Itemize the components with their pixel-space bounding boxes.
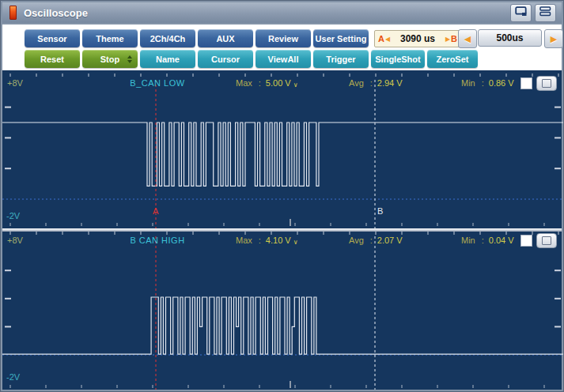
app-icon — [9, 6, 17, 20]
window-title: Oscilloscope — [24, 7, 88, 19]
toolbar-row-1: Sensor Theme 2Ch/4Ch AUX Review User Set… — [25, 29, 369, 47]
toolbar-row-2: Reset Stop Name Cursor ViewAll Trigger S… — [25, 50, 478, 68]
chevron-down-icon[interactable]: ∨ — [293, 239, 298, 246]
timebase-value: 500us — [478, 29, 542, 47]
channel-2-header: +8V B CAN HIGH Max:4.10 V∨ Avg:2.07 V Mi… — [2, 236, 562, 247]
channel-2-expand-button[interactable] — [536, 233, 557, 248]
stat-max: Max:4.10 V∨ — [236, 236, 298, 246]
expand-icon — [542, 236, 551, 245]
viewall-button[interactable]: ViewAll — [256, 50, 311, 68]
cursor-a-label: A — [378, 34, 384, 43]
stat-avg: Avg:2.07 V — [349, 236, 403, 245]
stop-button-label: Stop — [100, 55, 119, 64]
window-body: Sensor Theme 2Ch/4Ch AUX Review User Set… — [2, 24, 562, 390]
scale-top-label: +8V — [7, 236, 23, 245]
ab-delta-value: 3090 us — [391, 33, 445, 44]
screen-icon — [515, 6, 528, 20]
channel-mode-button[interactable]: 2Ch/4Ch — [140, 29, 195, 47]
aux-button[interactable]: AUX — [198, 29, 253, 47]
channel-2-plot — [2, 232, 563, 390]
name-button[interactable]: Name — [140, 50, 195, 68]
channel-2-pane: +8V B CAN HIGH Max:4.10 V∨ Avg:2.07 V Mi… — [2, 232, 562, 390]
cursor-b-tag[interactable]: B — [377, 206, 383, 216]
stat-min: Min:0.86 V — [461, 78, 514, 88]
singleshot-button[interactable]: SingleShot — [371, 50, 425, 68]
stat-max: Max:5.00 V∨ — [236, 78, 298, 89]
stop-button[interactable]: Stop — [82, 50, 138, 68]
timebase-decrease-button[interactable]: ◀ — [458, 29, 477, 48]
title-bar: Oscilloscope — [2, 2, 562, 23]
channel-1-name[interactable]: B_CAN LOW — [119, 78, 195, 88]
channel-2-name[interactable]: B CAN HIGH — [119, 236, 195, 245]
zeroset-button[interactable]: ZeroSet — [427, 50, 478, 68]
trigger-button[interactable]: Trigger — [313, 50, 369, 68]
timebase-increase-button[interactable]: ▶ — [544, 29, 563, 48]
ab-time-readout: A ◀ 3090 us ▶ B — [374, 30, 461, 47]
review-button[interactable]: Review — [256, 29, 311, 47]
spinner-icon[interactable] — [127, 55, 132, 63]
waveform-trace — [2, 297, 563, 354]
stat-avg: Avg:2.94 V — [349, 78, 403, 88]
expand-icon — [542, 79, 551, 88]
right-arrow-icon: ▶ — [551, 34, 557, 44]
layout-toggle-button[interactable] — [535, 4, 556, 22]
cursor-b-marker-icon: ▶ — [445, 36, 450, 43]
scope-display: +8V B_CAN LOW Max:5.00 V∨ Avg:2.94 V Min… — [2, 70, 562, 390]
channel-1-header: +8V B_CAN LOW Max:5.00 V∨ Avg:2.94 V Min… — [2, 78, 562, 90]
oscilloscope-window: Oscilloscope Sensor Theme 2Ch/4Ch AUX Re… — [0, 0, 564, 392]
chevron-down-icon[interactable]: ∨ — [293, 81, 298, 89]
waveform-trace — [2, 122, 563, 186]
scale-bottom-label: -2V — [6, 372, 20, 382]
cursor-b-label: B — [451, 34, 457, 43]
reset-button[interactable]: Reset — [25, 50, 80, 68]
sensor-button[interactable]: Sensor — [25, 29, 80, 47]
theme-button[interactable]: Theme — [82, 29, 138, 47]
scale-bottom-label: -2V — [6, 211, 20, 220]
cursor-button[interactable]: Cursor — [198, 50, 253, 68]
scale-top-label: +8V — [7, 78, 23, 88]
left-arrow-icon: ◀ — [464, 34, 471, 44]
channel-1-plot — [2, 70, 563, 228]
stat-min: Min:0.04 V — [461, 236, 514, 245]
split-bars-icon — [539, 6, 551, 20]
channel-1-pane: +8V B_CAN LOW Max:5.00 V∨ Avg:2.94 V Min… — [2, 70, 562, 228]
cursor-a-tag[interactable]: A — [153, 206, 158, 216]
display-toggle-button[interactable] — [510, 4, 532, 22]
channel-1-expand-button[interactable] — [536, 76, 557, 91]
channel-1-visibility-checkbox[interactable] — [520, 77, 532, 89]
cursor-a-marker-icon: ◀ — [385, 36, 390, 43]
user-setting-button[interactable]: User Setting — [313, 29, 369, 47]
channel-2-visibility-checkbox[interactable] — [520, 235, 532, 247]
